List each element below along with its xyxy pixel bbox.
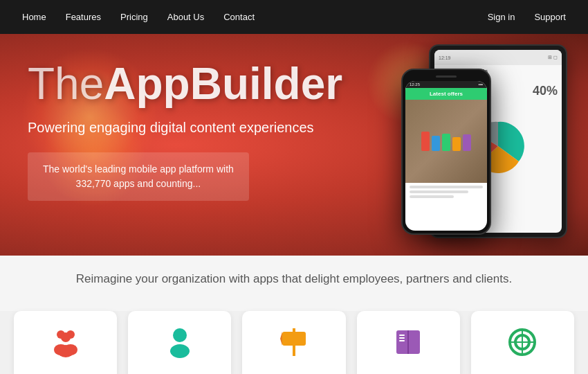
tablet-time: 12:19	[439, 55, 451, 60]
nav-left: Home Features Pricing About Us Contact	[14, 8, 263, 26]
nav-right: Sign in Support	[479, 8, 574, 26]
feature-card-person	[128, 311, 231, 374]
sign-icon	[277, 325, 311, 359]
phone-text-content	[405, 183, 487, 201]
svg-point-2	[61, 332, 71, 342]
leaf-icon	[505, 325, 540, 359]
phone-image	[405, 100, 487, 183]
nav-features[interactable]: Features	[57, 8, 109, 26]
clothes-5	[463, 134, 471, 151]
nav-signin[interactable]: Sign in	[479, 8, 524, 26]
phone-mockup: 12:25 ▪▪▪ Latest offers	[401, 69, 491, 235]
devices-container: 12:19 ⊞ ◻ Corporate Insights 40%	[367, 34, 588, 256]
hero-title-thin: The	[28, 59, 104, 109]
people-icon	[48, 325, 83, 359]
phone-speaker	[436, 75, 457, 78]
text-line-3	[410, 195, 454, 198]
svg-rect-13	[399, 335, 405, 336]
person-icon	[163, 325, 197, 359]
clothes-3	[442, 134, 450, 151]
nav-support[interactable]: Support	[526, 8, 574, 26]
hero-section: TheAppBuilder Powering engaging digital …	[0, 34, 588, 256]
phone-header: Latest offers	[405, 88, 487, 100]
nav-contact[interactable]: Contact	[215, 8, 263, 26]
feature-card-people	[14, 311, 117, 374]
hero-description: The world's leading mobile app platform …	[43, 162, 234, 191]
tablet-status: ⊞ ◻	[548, 55, 558, 60]
hero-content: TheAppBuilder Powering engaging digital …	[0, 34, 353, 201]
feature-card-book	[357, 311, 460, 374]
features-row	[0, 311, 588, 374]
clothes-rack	[421, 132, 471, 151]
phone-screen: 12:25 ▪▪▪ Latest offers	[405, 81, 487, 231]
phone-time: 12:25	[410, 82, 420, 87]
feature-card-leaf	[471, 311, 574, 374]
navbar: Home Features Pricing About Us Contact S…	[0, 0, 588, 34]
hero-title: TheAppBuilder	[28, 62, 325, 106]
tagline: Reimagine your organization with apps th…	[14, 272, 574, 286]
svg-marker-10	[280, 332, 282, 346]
svg-point-7	[170, 344, 190, 358]
svg-rect-14	[399, 337, 405, 339]
tablet-topbar: 12:19 ⊞ ◻	[434, 50, 562, 65]
below-hero-section: Reimagine your organization with apps th…	[0, 256, 588, 311]
hero-desc-box: The world's leading mobile app platform …	[28, 152, 249, 201]
nav-about[interactable]: About Us	[159, 8, 212, 26]
svg-rect-12	[407, 330, 409, 354]
book-icon	[391, 325, 425, 359]
svg-rect-9	[282, 332, 306, 346]
hero-subtitle: Powering engaging digital content experi…	[28, 120, 325, 136]
svg-point-5	[57, 345, 74, 357]
hero-title-bold: AppBuilder	[104, 59, 342, 109]
text-line-2	[410, 190, 468, 193]
phone-statusbar: 12:25 ▪▪▪	[405, 81, 487, 88]
clothes-1	[421, 132, 430, 151]
nav-pricing[interactable]: Pricing	[112, 8, 156, 26]
phone-signal: ▪▪▪	[479, 82, 483, 87]
tablet-percent: 40%	[533, 84, 558, 98]
nav-home[interactable]: Home	[14, 8, 55, 26]
svg-rect-15	[399, 340, 405, 341]
feature-card-sign	[242, 311, 345, 374]
text-line-1	[410, 186, 483, 188]
clothes-4	[452, 137, 461, 151]
svg-point-6	[173, 328, 187, 342]
clothes-2	[432, 136, 440, 151]
